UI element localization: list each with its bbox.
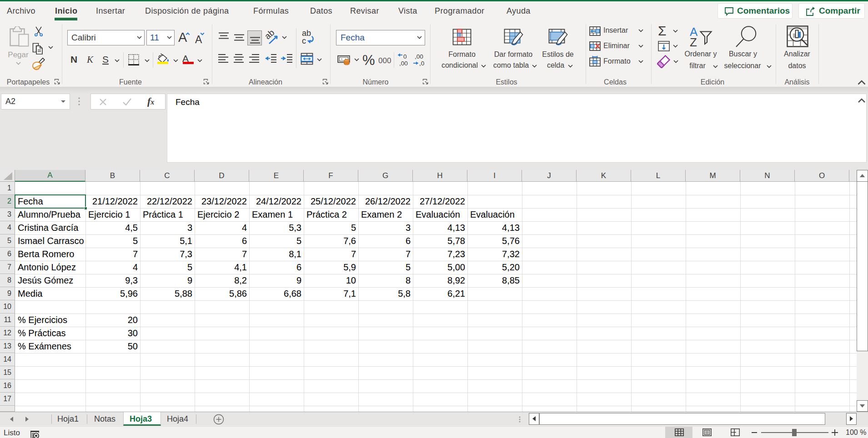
svg-text:,00: ,00 bbox=[415, 53, 423, 60]
svg-text:,0: ,0 bbox=[419, 60, 424, 67]
svg-text:Z: Z bbox=[690, 35, 697, 47]
svg-text:ab: ab bbox=[266, 30, 276, 41]
svg-text:,00: ,00 bbox=[399, 60, 408, 67]
svg-text:0: 0 bbox=[403, 53, 407, 60]
svg-text:c: c bbox=[302, 36, 306, 45]
